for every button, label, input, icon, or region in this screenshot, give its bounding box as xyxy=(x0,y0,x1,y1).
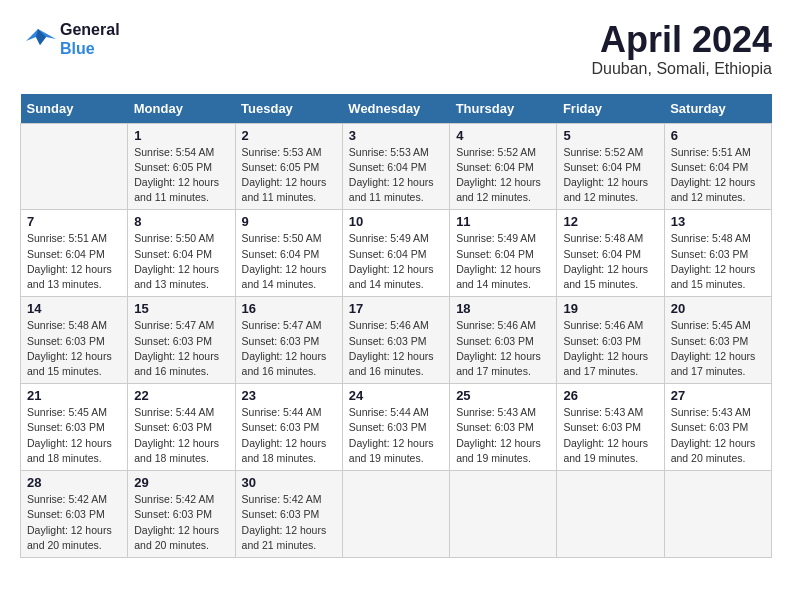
day-number: 10 xyxy=(349,214,443,229)
logo: General Blue xyxy=(20,20,120,58)
day-number: 2 xyxy=(242,128,336,143)
calendar-week-2: 7Sunrise: 5:51 AMSunset: 6:04 PMDaylight… xyxy=(21,210,772,297)
day-info: Sunrise: 5:44 AMSunset: 6:03 PMDaylight:… xyxy=(242,405,336,466)
calendar-cell xyxy=(557,471,664,558)
day-number: 25 xyxy=(456,388,550,403)
location-label: Duuban, Somali, Ethiopia xyxy=(591,60,772,78)
day-info: Sunrise: 5:51 AMSunset: 6:04 PMDaylight:… xyxy=(671,145,765,206)
day-number: 14 xyxy=(27,301,121,316)
day-info: Sunrise: 5:43 AMSunset: 6:03 PMDaylight:… xyxy=(456,405,550,466)
day-info: Sunrise: 5:53 AMSunset: 6:04 PMDaylight:… xyxy=(349,145,443,206)
calendar-cell: 17Sunrise: 5:46 AMSunset: 6:03 PMDayligh… xyxy=(342,297,449,384)
weekday-header-row: SundayMondayTuesdayWednesdayThursdayFrid… xyxy=(21,94,772,124)
day-number: 29 xyxy=(134,475,228,490)
logo-icon xyxy=(20,25,56,53)
day-info: Sunrise: 5:45 AMSunset: 6:03 PMDaylight:… xyxy=(671,318,765,379)
calendar-table: SundayMondayTuesdayWednesdayThursdayFrid… xyxy=(20,94,772,558)
day-number: 24 xyxy=(349,388,443,403)
day-info: Sunrise: 5:49 AMSunset: 6:04 PMDaylight:… xyxy=(349,231,443,292)
day-info: Sunrise: 5:52 AMSunset: 6:04 PMDaylight:… xyxy=(563,145,657,206)
calendar-cell: 9Sunrise: 5:50 AMSunset: 6:04 PMDaylight… xyxy=(235,210,342,297)
day-info: Sunrise: 5:42 AMSunset: 6:03 PMDaylight:… xyxy=(134,492,228,553)
calendar-cell: 4Sunrise: 5:52 AMSunset: 6:04 PMDaylight… xyxy=(450,123,557,210)
day-info: Sunrise: 5:52 AMSunset: 6:04 PMDaylight:… xyxy=(456,145,550,206)
weekday-header-sunday: Sunday xyxy=(21,94,128,124)
day-number: 12 xyxy=(563,214,657,229)
day-info: Sunrise: 5:43 AMSunset: 6:03 PMDaylight:… xyxy=(563,405,657,466)
day-number: 27 xyxy=(671,388,765,403)
calendar-cell: 21Sunrise: 5:45 AMSunset: 6:03 PMDayligh… xyxy=(21,384,128,471)
calendar-cell xyxy=(450,471,557,558)
day-info: Sunrise: 5:48 AMSunset: 6:03 PMDaylight:… xyxy=(27,318,121,379)
day-number: 19 xyxy=(563,301,657,316)
day-number: 15 xyxy=(134,301,228,316)
calendar-cell xyxy=(21,123,128,210)
calendar-cell: 20Sunrise: 5:45 AMSunset: 6:03 PMDayligh… xyxy=(664,297,771,384)
day-number: 8 xyxy=(134,214,228,229)
calendar-cell: 1Sunrise: 5:54 AMSunset: 6:05 PMDaylight… xyxy=(128,123,235,210)
day-number: 16 xyxy=(242,301,336,316)
calendar-cell: 13Sunrise: 5:48 AMSunset: 6:03 PMDayligh… xyxy=(664,210,771,297)
calendar-cell: 28Sunrise: 5:42 AMSunset: 6:03 PMDayligh… xyxy=(21,471,128,558)
logo-line2: Blue xyxy=(60,39,120,58)
calendar-cell xyxy=(664,471,771,558)
weekday-header-friday: Friday xyxy=(557,94,664,124)
month-title: April 2024 xyxy=(591,20,772,60)
calendar-week-5: 28Sunrise: 5:42 AMSunset: 6:03 PMDayligh… xyxy=(21,471,772,558)
day-info: Sunrise: 5:53 AMSunset: 6:05 PMDaylight:… xyxy=(242,145,336,206)
day-info: Sunrise: 5:49 AMSunset: 6:04 PMDaylight:… xyxy=(456,231,550,292)
calendar-cell: 29Sunrise: 5:42 AMSunset: 6:03 PMDayligh… xyxy=(128,471,235,558)
day-info: Sunrise: 5:44 AMSunset: 6:03 PMDaylight:… xyxy=(134,405,228,466)
day-number: 3 xyxy=(349,128,443,143)
day-number: 7 xyxy=(27,214,121,229)
calendar-cell xyxy=(342,471,449,558)
calendar-cell: 16Sunrise: 5:47 AMSunset: 6:03 PMDayligh… xyxy=(235,297,342,384)
weekday-header-saturday: Saturday xyxy=(664,94,771,124)
calendar-cell: 3Sunrise: 5:53 AMSunset: 6:04 PMDaylight… xyxy=(342,123,449,210)
day-info: Sunrise: 5:46 AMSunset: 6:03 PMDaylight:… xyxy=(456,318,550,379)
day-info: Sunrise: 5:48 AMSunset: 6:04 PMDaylight:… xyxy=(563,231,657,292)
day-info: Sunrise: 5:46 AMSunset: 6:03 PMDaylight:… xyxy=(563,318,657,379)
day-number: 17 xyxy=(349,301,443,316)
weekday-header-thursday: Thursday xyxy=(450,94,557,124)
calendar-cell: 7Sunrise: 5:51 AMSunset: 6:04 PMDaylight… xyxy=(21,210,128,297)
calendar-cell: 8Sunrise: 5:50 AMSunset: 6:04 PMDaylight… xyxy=(128,210,235,297)
day-info: Sunrise: 5:47 AMSunset: 6:03 PMDaylight:… xyxy=(242,318,336,379)
calendar-cell: 23Sunrise: 5:44 AMSunset: 6:03 PMDayligh… xyxy=(235,384,342,471)
calendar-cell: 6Sunrise: 5:51 AMSunset: 6:04 PMDaylight… xyxy=(664,123,771,210)
calendar-cell: 27Sunrise: 5:43 AMSunset: 6:03 PMDayligh… xyxy=(664,384,771,471)
day-number: 4 xyxy=(456,128,550,143)
day-number: 30 xyxy=(242,475,336,490)
day-number: 23 xyxy=(242,388,336,403)
calendar-cell: 14Sunrise: 5:48 AMSunset: 6:03 PMDayligh… xyxy=(21,297,128,384)
day-number: 20 xyxy=(671,301,765,316)
day-number: 6 xyxy=(671,128,765,143)
logo-line1: General xyxy=(60,20,120,39)
day-number: 18 xyxy=(456,301,550,316)
day-info: Sunrise: 5:43 AMSunset: 6:03 PMDaylight:… xyxy=(671,405,765,466)
calendar-week-1: 1Sunrise: 5:54 AMSunset: 6:05 PMDaylight… xyxy=(21,123,772,210)
calendar-cell: 30Sunrise: 5:42 AMSunset: 6:03 PMDayligh… xyxy=(235,471,342,558)
calendar-week-3: 14Sunrise: 5:48 AMSunset: 6:03 PMDayligh… xyxy=(21,297,772,384)
weekday-header-wednesday: Wednesday xyxy=(342,94,449,124)
calendar-cell: 2Sunrise: 5:53 AMSunset: 6:05 PMDaylight… xyxy=(235,123,342,210)
day-info: Sunrise: 5:47 AMSunset: 6:03 PMDaylight:… xyxy=(134,318,228,379)
calendar-cell: 10Sunrise: 5:49 AMSunset: 6:04 PMDayligh… xyxy=(342,210,449,297)
day-number: 9 xyxy=(242,214,336,229)
day-number: 26 xyxy=(563,388,657,403)
calendar-cell: 18Sunrise: 5:46 AMSunset: 6:03 PMDayligh… xyxy=(450,297,557,384)
day-number: 22 xyxy=(134,388,228,403)
title-block: April 2024 Duuban, Somali, Ethiopia xyxy=(591,20,772,78)
calendar-cell: 26Sunrise: 5:43 AMSunset: 6:03 PMDayligh… xyxy=(557,384,664,471)
calendar-cell: 24Sunrise: 5:44 AMSunset: 6:03 PMDayligh… xyxy=(342,384,449,471)
day-number: 11 xyxy=(456,214,550,229)
day-number: 28 xyxy=(27,475,121,490)
calendar-week-4: 21Sunrise: 5:45 AMSunset: 6:03 PMDayligh… xyxy=(21,384,772,471)
weekday-header-monday: Monday xyxy=(128,94,235,124)
day-number: 1 xyxy=(134,128,228,143)
calendar-cell: 25Sunrise: 5:43 AMSunset: 6:03 PMDayligh… xyxy=(450,384,557,471)
day-info: Sunrise: 5:46 AMSunset: 6:03 PMDaylight:… xyxy=(349,318,443,379)
day-info: Sunrise: 5:42 AMSunset: 6:03 PMDaylight:… xyxy=(242,492,336,553)
day-info: Sunrise: 5:50 AMSunset: 6:04 PMDaylight:… xyxy=(134,231,228,292)
day-number: 21 xyxy=(27,388,121,403)
